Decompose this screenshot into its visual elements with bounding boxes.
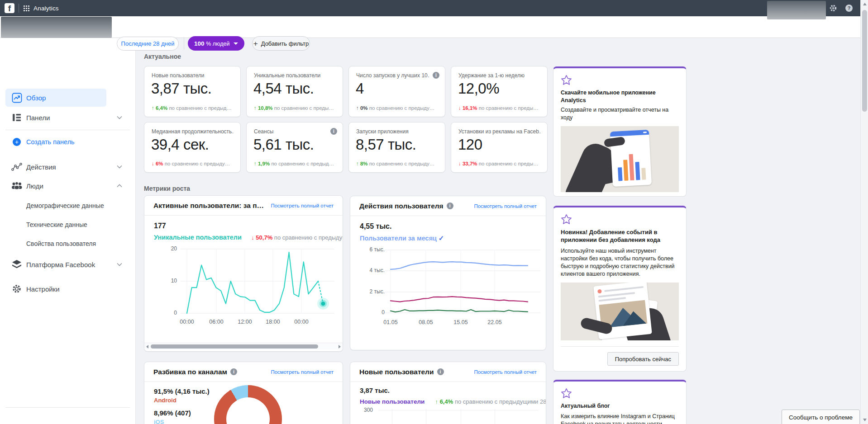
page-scrollbar[interactable] <box>860 0 868 424</box>
promo-body: Используйте наш новый инструмент настрой… <box>561 247 679 278</box>
kpi-delta-note: по сравнению с преды… <box>274 105 334 111</box>
chart-card-active-users: Активные пользователи: за п… Посмотреть … <box>144 195 343 352</box>
gear-icon <box>11 284 23 294</box>
sidebar-subitem-technical[interactable]: Технические данные <box>26 221 87 228</box>
sidebar-footer-divider <box>5 407 130 408</box>
chart-metric-value: 4,55 тыс. <box>360 222 391 231</box>
kpi-delta: ↑ 8% <box>356 161 368 166</box>
sidebar-item-overview[interactable]: Обзор <box>0 89 136 107</box>
filterbar-divider <box>184 37 184 50</box>
sidebar-item-panels[interactable]: Панели <box>0 108 136 127</box>
sidebar-label-overview: Обзор <box>26 94 46 102</box>
info-icon[interactable]: i <box>230 368 237 375</box>
star-icon <box>561 388 679 399</box>
info-icon[interactable]: i <box>447 203 453 209</box>
kpi-value: 12,0% <box>458 80 499 97</box>
channels-donut-chart <box>214 385 282 424</box>
kpi-delta: ↑ 10,8% <box>254 105 273 111</box>
scroll-up-icon[interactable] <box>863 3 867 5</box>
app-grid-icon[interactable] <box>23 5 30 12</box>
x-axis-tick: 00:00 <box>175 319 199 325</box>
x-axis-tick: 22.05 <box>483 319 506 325</box>
chart-horizontal-scrollbar[interactable] <box>144 343 343 349</box>
scrollbar-thumb[interactable] <box>862 10 867 112</box>
try-now-button[interactable]: Попробовать сейчас <box>607 352 679 366</box>
gridline <box>378 410 539 410</box>
view-full-report-link[interactable]: Посмотреть полный отчет <box>266 369 334 375</box>
facebook-logo-icon[interactable]: f <box>5 3 14 13</box>
sidebar-item-facebook-platform[interactable]: Платформа Facebook <box>0 256 136 273</box>
chevron-down-icon <box>117 116 122 119</box>
kpi-delta: ↑ 6,4% <box>152 105 167 111</box>
kpi-card-week1-retention[interactable]: Удержание за 1-ю неделю 12,0% ↓ 16,1% по… <box>451 66 548 117</box>
sidebar-label-actions: Действия <box>26 163 56 171</box>
sidebar-nav: Обзор Панели + Создать панель Действия <box>0 38 136 424</box>
scrollbar-thumb[interactable] <box>151 344 318 349</box>
sidebar-subitem-demographics[interactable]: Демографические данные <box>26 202 104 209</box>
scroll-down-icon[interactable] <box>863 419 867 421</box>
kpi-title: Сеансы <box>254 128 327 135</box>
plus-circle-icon: + <box>11 138 23 146</box>
gridline <box>392 409 392 424</box>
kpi-value: 5,61 тыс. <box>253 136 314 153</box>
view-full-report-link[interactable]: Посмотреть полный отчет <box>469 369 537 375</box>
view-full-report-link[interactable]: Посмотреть полный отчет <box>469 203 537 209</box>
add-filter-button[interactable]: + Добавить фильтр <box>252 36 310 51</box>
kpi-title: Медианная продолжительность… <box>152 128 234 135</box>
kpi-delta: ↓ 16,1% <box>458 105 477 111</box>
x-axis-tick: 06:00 <box>205 319 228 325</box>
sidebar-label-people: Люди <box>26 182 43 190</box>
settings-gear-icon[interactable] <box>829 4 837 12</box>
x-axis-tick: 00:00 <box>290 319 313 325</box>
kpi-card-unique-users[interactable]: Уникальные пользователи 4,54 тыс. ↑ 10,8… <box>246 66 343 117</box>
audience-filter-button[interactable]: 100 % людей <box>188 36 244 51</box>
chart-delta-note: по сравнению с предыдущими 28 дн. <box>455 398 546 405</box>
kpi-card-median-duration[interactable]: Медианная продолжительность… 39,4 сек. ↓… <box>144 122 241 173</box>
promo-card-codeless-events: Новинка! Добавление событий в приложении… <box>553 206 687 372</box>
sidebar-item-settings[interactable]: Настройки <box>0 280 136 297</box>
x-axis-tick: 08.05 <box>414 319 438 325</box>
chart-legend-series: Новые пользователи <box>360 398 424 405</box>
kpi-title: Новые пользователи <box>152 72 234 79</box>
kpi-card-new-users[interactable]: Новые пользователи 3,87 тыс. ↑ 6,4% по с… <box>144 66 241 117</box>
view-full-report-link[interactable]: Посмотреть полный отчет <box>266 203 334 208</box>
x-axis-tick: 12:00 <box>233 319 257 325</box>
chart-metric-value: 177 <box>154 222 166 230</box>
sidebar-item-people[interactable]: Люди <box>0 177 136 194</box>
sidebar-subitem-user-properties[interactable]: Свойства пользователя <box>26 240 96 247</box>
date-range-button[interactable]: Последние 28 дней <box>117 37 179 51</box>
sidebar-item-actions[interactable]: Действия <box>0 158 136 175</box>
info-icon[interactable]: i <box>330 128 337 135</box>
kpi-value: 4 <box>356 80 364 97</box>
donut-hole <box>226 397 270 424</box>
info-icon[interactable]: i <box>437 368 444 375</box>
promo-title: Скачайте мобильное приложение Analytics <box>561 89 679 104</box>
kpi-card-app-launches[interactable]: Запуски приложения 8,57 тыс. ↑ 8% по сра… <box>348 122 445 173</box>
kpi-value: 8,57 тыс. <box>356 136 416 153</box>
scroll-left-icon[interactable] <box>146 345 148 349</box>
topbar-divider <box>19 4 19 13</box>
kpi-value: 39,4 сек. <box>151 136 209 153</box>
chart-card-new-users: Новые пользователи i Посмотреть полный о… <box>350 362 546 424</box>
report-problem-button[interactable]: Сообщить о проблеме <box>782 410 860 424</box>
panels-dashboard-icon <box>11 113 23 122</box>
kpi-card-top-launches[interactable]: Число запусков у лучших 10… i 4 ↑ 0% по … <box>348 66 445 117</box>
kpi-card-ad-installs[interactable]: Установки из рекламы на Faceb… 120 ↓ 33,… <box>451 122 548 173</box>
active-users-line-chart <box>144 243 343 319</box>
kpi-card-sessions[interactable]: Сеансы i 5,61 тыс. ↑ 1,9% по сравнению с… <box>246 122 343 173</box>
layers-icon <box>11 259 23 269</box>
redacted-account-area <box>767 1 826 19</box>
plus-icon: + <box>253 40 258 47</box>
promo-card-blog: Актуальный блог Как измерить влияние Ins… <box>553 380 687 424</box>
sidebar-create-panel[interactable]: + Создать панель <box>0 134 136 150</box>
scroll-right-icon[interactable] <box>339 345 341 349</box>
top-app-bar: f Analytics ? <box>0 0 868 16</box>
chevron-up-icon <box>117 184 122 188</box>
gridline <box>461 409 461 424</box>
help-icon[interactable]: ? <box>845 5 853 12</box>
chart-card-channel-breakdown: Разбивка по каналам i Посмотреть полный … <box>144 362 343 424</box>
donut-slice-label: Android <box>154 397 176 404</box>
promo-title: Новинка! Добавление событий в приложении… <box>561 228 679 244</box>
info-icon[interactable]: i <box>433 72 439 79</box>
kpi-delta-note: по сравнению с предыду… <box>165 161 230 166</box>
